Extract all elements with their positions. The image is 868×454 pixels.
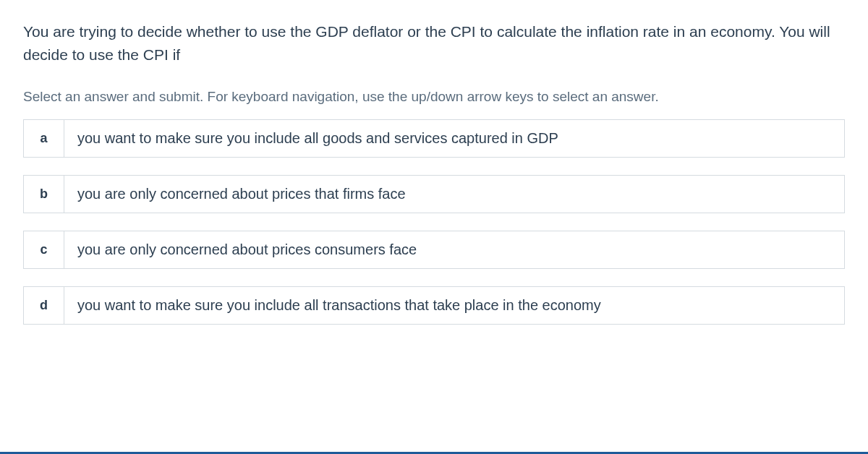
options-list: a you want to make sure you include all … (0, 119, 868, 325)
question-text: You are trying to decide whether to use … (23, 20, 845, 66)
option-letter: b (24, 176, 64, 213)
option-d[interactable]: d you want to make sure you include all … (23, 286, 845, 325)
option-text: you are only concerned about prices cons… (64, 231, 844, 268)
option-b[interactable]: b you are only concerned about prices th… (23, 175, 845, 213)
option-text: you want to make sure you include all go… (64, 120, 844, 157)
option-text: you are only concerned about prices that… (64, 176, 844, 213)
option-c[interactable]: c you are only concerned about prices co… (23, 231, 845, 269)
option-a[interactable]: a you want to make sure you include all … (23, 119, 845, 158)
question-block: You are trying to decide whether to use … (0, 0, 868, 66)
option-text: you want to make sure you include all tr… (64, 287, 844, 324)
option-letter: c (24, 231, 64, 268)
instruction-text: Select an answer and submit. For keyboar… (0, 89, 868, 105)
option-letter: a (24, 120, 64, 157)
option-letter: d (24, 287, 64, 324)
